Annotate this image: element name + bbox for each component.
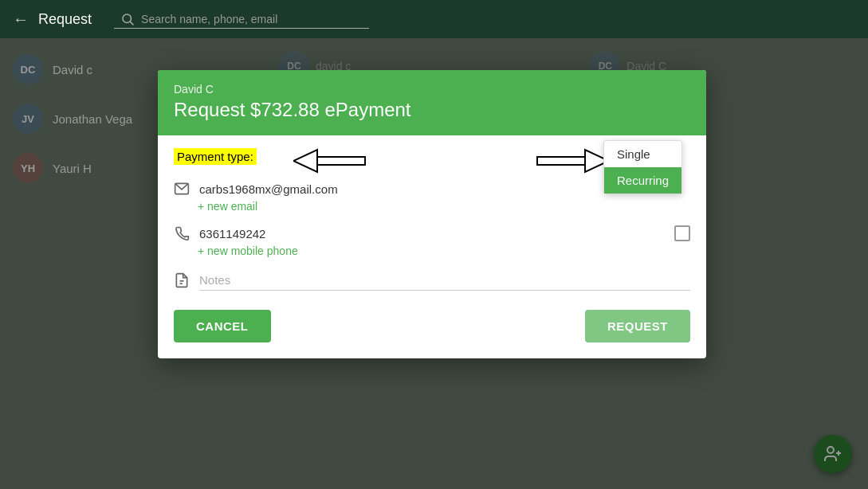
payment-type-label: Payment type: — [174, 148, 257, 165]
email-icon — [174, 181, 190, 197]
dropdown-option-recurring[interactable]: Recurring — [604, 167, 681, 194]
cancel-button[interactable]: CANCEL — [174, 310, 271, 342]
payment-type-row: Payment type: Single — [174, 148, 690, 165]
add-phone-link[interactable]: + new mobile phone — [198, 244, 690, 257]
modal-actions: CANCEL REQUEST — [174, 310, 690, 342]
search-bar — [114, 10, 369, 29]
search-input[interactable] — [141, 13, 348, 25]
modal-contact-name: David C — [174, 83, 690, 96]
notes-icon — [174, 272, 190, 288]
phone-left: 6361149242 — [174, 225, 265, 241]
phone-value: 6361149242 — [199, 227, 265, 241]
payment-type-dropdown[interactable]: Single Recurring — [603, 140, 682, 194]
arrow-left-annotation — [293, 147, 373, 175]
arrow-right-annotation — [529, 147, 609, 175]
notes-row — [174, 270, 690, 291]
back-button[interactable]: ← — [13, 10, 29, 29]
modal-title: Request $732.88 ePayment — [174, 99, 690, 121]
email-value: carbs1968mx@gmail.com — [199, 182, 338, 196]
add-email-link[interactable]: + new email — [198, 200, 690, 213]
search-icon — [120, 12, 135, 26]
svg-line-1 — [130, 22, 133, 25]
svg-rect-4 — [537, 157, 585, 165]
svg-marker-3 — [293, 150, 317, 172]
phone-icon — [174, 225, 190, 241]
svg-point-0 — [123, 14, 132, 23]
modal-body: Payment type: Single — [158, 135, 706, 358]
top-bar: ← Request — [0, 0, 868, 38]
modal-header: David C Request $732.88 ePayment — [158, 70, 706, 135]
dropdown-option-single[interactable]: Single — [604, 141, 681, 167]
page-title: Request — [38, 11, 92, 28]
notes-input[interactable] — [199, 270, 690, 291]
request-button[interactable]: REQUEST — [585, 310, 690, 342]
phone-row: 6361149242 — [174, 225, 690, 241]
modal: David C Request $732.88 ePayment Payment… — [158, 70, 706, 358]
background-content: DC David c JV Jonathan Vega YH Yauri H D… — [0, 38, 868, 489]
svg-rect-2 — [317, 157, 365, 165]
phone-checkbox[interactable] — [674, 225, 690, 241]
